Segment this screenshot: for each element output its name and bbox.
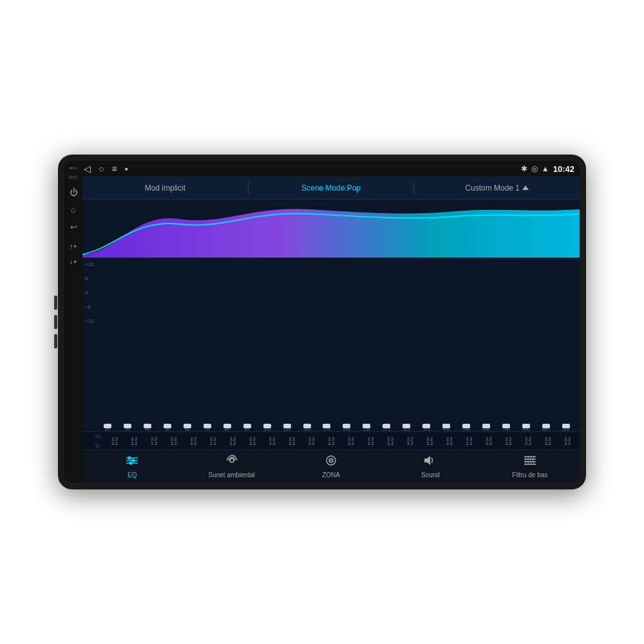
fc-q-col-860: 2.22.2 <box>538 437 558 446</box>
fc-val-920: 2.2 <box>565 437 571 441</box>
q-val-20: 2.2 <box>111 441 118 446</box>
slider-thumb-315[interactable] <box>402 424 410 428</box>
eq-wave-svg <box>82 200 580 258</box>
sliders-container: 2030405060708095110125150175200235275315… <box>85 260 577 431</box>
slider-thumb-40[interactable] <box>144 424 151 428</box>
fc-label: FC: <box>95 433 102 441</box>
slider-thumb-95[interactable] <box>243 424 251 428</box>
vol-down-icon[interactable]: ↓+ <box>64 255 82 268</box>
fc-val-30: 2.2 <box>131 437 138 441</box>
slider-thumb-275[interactable] <box>383 424 390 428</box>
q-val-860: 2.2 <box>545 441 551 446</box>
fc-val-95: 2.2 <box>249 437 256 441</box>
slider-thumb-375[interactable] <box>422 424 430 428</box>
slider-thumb-20[interactable] <box>104 424 111 428</box>
slider-thumb-800[interactable] <box>522 424 530 428</box>
eq-scale: +12 6 0 −6 −12 <box>85 260 94 326</box>
slider-col-600: 600 <box>477 426 496 431</box>
fc-q-col-20: 2.22.2 <box>105 437 124 446</box>
vol-up-icon[interactable]: ↑+ <box>64 240 82 252</box>
slider-thumb-435[interactable] <box>442 424 450 428</box>
device-screen: ◁ ○ ≡ ▪ ✱ ◎ ▲ 10:42 MIC RST ⏻ ⌂ ↩ ↑+ ↓+ <box>64 161 580 483</box>
back-icon[interactable]: ↩ <box>64 220 82 234</box>
q-val-95: 2.2 <box>249 441 256 446</box>
slider-thumb-860[interactable] <box>542 424 550 428</box>
slider-thumb-700[interactable] <box>502 424 510 428</box>
sound-icon <box>423 455 437 469</box>
q-val-150: 2.2 <box>308 441 315 446</box>
tab-zona[interactable]: ZONA <box>281 452 381 481</box>
slider-thumb-70[interactable] <box>204 424 211 428</box>
zona-icon <box>324 455 338 469</box>
bass-icon <box>523 455 537 469</box>
tab-eq[interactable]: EQ <box>82 452 182 481</box>
slider-thumb-30[interactable] <box>124 424 131 428</box>
nav-menu-icon[interactable]: ≡ <box>111 164 117 174</box>
slider-thumb-175[interactable] <box>323 424 330 428</box>
slider-col-95: 95 <box>238 426 257 431</box>
eq-visualization <box>82 200 580 258</box>
fc-val-315: 2.2 <box>407 437 413 441</box>
slider-col-175: 175 <box>317 426 336 431</box>
fc-q-col-275: 2.22.2 <box>381 437 400 446</box>
power-icon[interactable]: ⏻ <box>64 185 82 200</box>
tab-ambient-label: Sunet ambiental <box>208 471 254 478</box>
q-val-110: 2.2 <box>269 441 276 446</box>
slider-thumb-200[interactable] <box>343 424 350 428</box>
tab-ambient[interactable]: Sunet ambiental <box>182 452 281 481</box>
fc-val-435: 2.2 <box>446 437 453 441</box>
bottom-nav: EQ Sunet ambiental <box>82 450 580 483</box>
fc-val-200: 2.2 <box>348 437 354 441</box>
nav-back-icon[interactable]: ◁ <box>84 164 91 174</box>
slider-thumb-60[interactable] <box>184 424 191 428</box>
slider-thumb-600[interactable] <box>482 424 490 428</box>
content-area: MIC RST ⏻ ⌂ ↩ ↑+ ↓+ Mod implicit Scene M… <box>64 176 580 483</box>
mode-implicit[interactable]: Mod implicit <box>82 184 248 193</box>
slider-thumb-150[interactable] <box>303 424 311 428</box>
eq-icon <box>125 455 139 469</box>
tab-bass-label: Filtru de bas <box>512 471 547 478</box>
nav-square-icon[interactable]: ▪ <box>125 164 128 174</box>
slider-col-275: 275 <box>377 426 396 431</box>
q-val-275: 2.2 <box>387 441 393 446</box>
fc-q-col-200: 2.22.2 <box>341 437 361 446</box>
tab-sound[interactable]: Sound <box>381 452 480 481</box>
fc-val-125: 2.2 <box>289 437 295 441</box>
mode-custom[interactable]: Custom Mode 1 <box>414 184 580 193</box>
nav-home-icon[interactable]: ○ <box>99 164 104 174</box>
slider-thumb-110[interactable] <box>263 424 271 428</box>
fc-q-col-435: 2.22.2 <box>440 437 459 446</box>
fc-q-col-920: 2.22.2 <box>558 437 578 446</box>
slider-thumb-920[interactable] <box>562 424 570 428</box>
fc-val-500: 2.2 <box>466 437 473 441</box>
q-val-80: 2.2 <box>230 441 236 446</box>
rst-label: RST <box>64 176 82 182</box>
slider-col-800: 800 <box>516 426 536 431</box>
scale-minus6: −6 <box>85 303 94 312</box>
slider-thumb-125[interactable] <box>283 424 291 428</box>
fc-q-col-375: 2.22.2 <box>421 437 440 446</box>
home-icon[interactable]: ⌂ <box>64 202 82 217</box>
fc-q-container: 2.22.22.22.22.22.22.22.22.22.22.22.22.22… <box>105 437 577 446</box>
fc-q-col-125: 2.22.2 <box>282 437 301 446</box>
tab-bass[interactable]: Filtru de bas <box>480 452 580 481</box>
fc-q-col-700: 2.22.2 <box>499 437 518 446</box>
left-panel: MIC RST ⏻ ⌂ ↩ ↑+ ↓+ <box>64 176 82 483</box>
q-val-700: 2.2 <box>506 441 512 446</box>
scale-6: 6 <box>85 274 94 283</box>
main-content: Mod implicit Scene Mode:Pop Custom Mode … <box>82 176 580 483</box>
fc-q-col-40: 2.22.2 <box>144 437 164 446</box>
triangle-icon <box>522 185 529 190</box>
fc-q-col-110: 2.22.2 <box>263 437 282 446</box>
mode-scene[interactable]: Scene Mode:Pop <box>249 184 414 193</box>
slider-thumb-80[interactable] <box>223 424 231 428</box>
q-val-800: 2.2 <box>525 441 531 446</box>
bluetooth-icon: ✱ <box>521 164 527 173</box>
fc-q-col-800: 2.22.2 <box>518 437 538 446</box>
slider-thumb-235[interactable] <box>363 424 370 428</box>
fc-q-labels: FC: Q: <box>95 433 102 450</box>
slider-thumb-50[interactable] <box>164 424 171 428</box>
q-val-50: 2.2 <box>171 441 177 446</box>
slider-thumb-500[interactable] <box>462 424 470 428</box>
fc-q-col-175: 2.22.2 <box>322 437 341 446</box>
